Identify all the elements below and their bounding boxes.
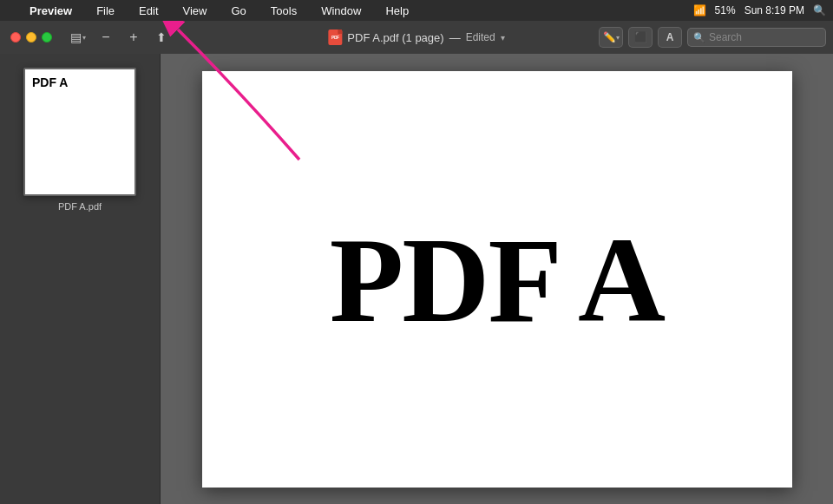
zoom-in-icon: +	[129, 29, 137, 45]
search-icon: 🔍	[693, 32, 705, 43]
pdf-viewer[interactable]: PDF A	[161, 54, 833, 504]
text-button[interactable]: A	[658, 27, 682, 48]
go-menu[interactable]: Go	[226, 3, 251, 19]
sidebar-toggle-arrow: ▾	[82, 34, 86, 42]
maximize-button[interactable]	[42, 32, 52, 43]
share-icon: ⬆	[156, 30, 167, 44]
sidebar-toggle-button[interactable]: ▤ ▾	[66, 26, 90, 49]
traffic-lights	[0, 32, 62, 43]
markup-pen-button[interactable]: ✏️ ▾	[599, 27, 623, 48]
sidebar-toggle-icon: ▤	[70, 30, 82, 44]
thumbnail-title: PDF A	[32, 76, 128, 88]
tools-menu[interactable]: Tools	[266, 3, 302, 19]
toolbar-right: ✏️ ▾ ⬛ A 🔍 Search	[592, 27, 833, 48]
sidebar: PDF A PDF A.pdf	[0, 54, 161, 504]
search-placeholder: Search	[709, 31, 742, 43]
battery-status: 51%	[715, 4, 736, 16]
title-bar: ▤ ▾ − + ⬆ PDF PDF A.pdf (1 page) — Edite…	[0, 21, 833, 54]
title-filename: PDF A.pdf (1 page)	[347, 31, 443, 44]
zoom-out-button[interactable]: −	[94, 26, 118, 49]
search-box[interactable]: 🔍 Search	[687, 28, 826, 47]
pdf-content: PDF A	[330, 210, 664, 350]
edited-label[interactable]: Edited	[466, 31, 495, 43]
text-icon: A	[666, 31, 674, 43]
file-menu[interactable]: File	[91, 3, 120, 19]
thumbnail-container: PDF A PDF A.pdf	[23, 68, 136, 212]
redact-icon: ⬛	[634, 31, 647, 43]
page-thumbnail[interactable]: PDF A	[23, 68, 136, 196]
main-content: PDF A PDF A.pdf PDF A	[0, 54, 833, 504]
close-button[interactable]	[10, 32, 21, 43]
window-menu[interactable]: Window	[316, 3, 366, 19]
toolbar-left: ▤ ▾ − + ⬆	[62, 21, 177, 54]
redact-button[interactable]: ⬛	[628, 27, 653, 48]
edit-menu[interactable]: Edit	[134, 3, 163, 19]
title-chevron-icon[interactable]: ▾	[501, 33, 505, 43]
pdf-file-icon: PDF	[328, 29, 342, 45]
zoom-in-button[interactable]: +	[121, 26, 146, 49]
title-separator: —	[449, 31, 461, 44]
menubar-right: 📶 51% Sun 8:19 PM 🔍	[693, 4, 826, 16]
clock: Sun 8:19 PM	[744, 4, 804, 16]
filename-label: PDF A.pdf	[58, 201, 102, 212]
share-button[interactable]: ⬆	[149, 26, 174, 49]
pdf-page: PDF A	[202, 71, 792, 488]
zoom-out-icon: −	[102, 29, 109, 45]
window-title: PDF PDF A.pdf (1 page) — Edited ▾	[328, 29, 504, 45]
app-name-menu[interactable]: Preview	[24, 3, 77, 19]
minimize-button[interactable]	[26, 32, 36, 43]
menu-bar: Preview File Edit View Go Tools Window H…	[0, 0, 833, 21]
search-spotlight-icon[interactable]: 🔍	[813, 4, 826, 16]
pen-icon: ✏️	[603, 31, 616, 43]
pen-arrow: ▾	[616, 34, 620, 42]
wifi-icon: 📶	[693, 4, 706, 16]
view-menu[interactable]: View	[178, 3, 213, 19]
help-menu[interactable]: Help	[380, 3, 414, 19]
